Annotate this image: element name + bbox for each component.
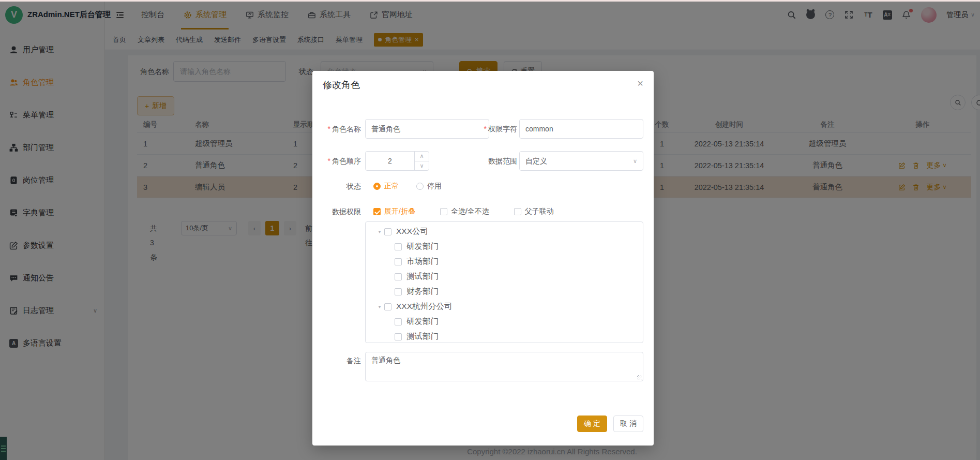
data-perm-label: 数据权限 <box>312 202 361 221</box>
tree-node[interactable]: 测试部门 <box>366 329 643 343</box>
cancel-button[interactable]: 取 消 <box>613 416 643 432</box>
tree-node-label: 研发部门 <box>406 316 439 327</box>
required-asterisk: * <box>328 125 330 133</box>
data-scope-select[interactable]: 自定义 <box>519 151 643 171</box>
remark-textarea[interactable]: 普通角色 <box>365 352 643 381</box>
close-icon[interactable] <box>637 78 643 88</box>
tree-node[interactable]: 研发部门 <box>366 314 643 329</box>
checkbox-linkage-label: 父子联动 <box>525 207 554 216</box>
checkbox-expand-label: 展开/折叠 <box>384 207 415 216</box>
chevron-down-icon <box>633 158 637 164</box>
checkbox-select-all[interactable] <box>440 208 447 215</box>
tree-checkbox[interactable] <box>395 273 402 280</box>
role-sort-label: *角色顺序 <box>312 151 361 171</box>
perm-checkbox-group: 展开/折叠 全选/全不选 父子联动 <box>373 202 554 221</box>
top-strip <box>0 0 980 2</box>
status-label: 状态 <box>312 177 361 196</box>
tree-node[interactable]: 市场部门 <box>366 254 643 269</box>
tree-node-label: 研发部门 <box>406 241 439 252</box>
tree-node[interactable]: 财务部门 <box>366 284 643 299</box>
tree-checkbox[interactable] <box>384 228 391 235</box>
required-asterisk: * <box>328 157 330 165</box>
confirm-button[interactable]: 确 定 <box>577 416 607 432</box>
radio-disabled[interactable] <box>416 183 424 190</box>
tree-node-label: XXX公司 <box>396 226 428 237</box>
required-asterisk: * <box>484 125 487 133</box>
tree-node[interactable]: XXX公司 <box>366 224 643 239</box>
tree-node-label: 市场部门 <box>406 256 439 267</box>
tree-checkbox[interactable] <box>395 243 402 250</box>
tree-node[interactable]: 测试部门 <box>366 269 643 284</box>
tree-caret-icon[interactable] <box>375 229 384 234</box>
radio-normal[interactable] <box>373 183 381 190</box>
data-scope-label: 数据范围 <box>468 151 517 171</box>
role-name-label: *角色名称 <box>312 119 361 139</box>
checkbox-select-all-label: 全选/全不选 <box>451 207 489 216</box>
tree-checkbox[interactable] <box>395 333 402 340</box>
role-sort-value[interactable]: 2 <box>366 152 414 170</box>
radio-disabled-label: 停用 <box>427 182 442 191</box>
role-key-input-wrap <box>519 119 643 139</box>
edit-role-dialog: 修改角色 *角色名称 *权限字符 *角色顺序 2 数据范围 自定义 状态 <box>312 71 654 446</box>
tree-node[interactable]: 研发部门 <box>366 239 643 254</box>
tree-node-label: 测试部门 <box>406 271 439 282</box>
tree-checkbox[interactable] <box>395 288 402 295</box>
department-tree: XXX公司 研发部门 市场部门 测试部门 财务部门 <box>365 221 643 343</box>
app-screen: V ZRAdmin.NET后台管理 用户管理 角色管理 菜单管理 部门管理 <box>0 0 980 460</box>
tree-checkbox[interactable] <box>384 303 391 310</box>
checkbox-expand[interactable] <box>373 208 381 215</box>
tree-node-label: 测试部门 <box>406 331 439 342</box>
tree-node[interactable]: XXX杭州分公司 <box>366 299 643 314</box>
tree-node-label: XXX杭州分公司 <box>396 301 453 312</box>
role-sort-stepper: 2 <box>365 151 429 171</box>
tree-caret-icon[interactable] <box>375 304 384 309</box>
status-radio-group: 正常 停用 <box>373 177 442 196</box>
checkbox-linkage[interactable] <box>514 208 521 215</box>
role-key-label: *权限字符 <box>468 119 517 139</box>
stepper-down-icon[interactable] <box>415 161 429 171</box>
dialog-title: 修改角色 <box>323 79 360 91</box>
tree-checkbox[interactable] <box>395 318 402 325</box>
textarea-resize-grip[interactable] <box>637 375 642 380</box>
tree-checkbox[interactable] <box>395 258 402 265</box>
tree-node-label: 财务部门 <box>406 286 439 297</box>
role-key-input[interactable] <box>525 120 637 138</box>
stepper-up-icon[interactable] <box>415 152 429 161</box>
radio-normal-label: 正常 <box>384 182 399 191</box>
data-scope-value: 自定义 <box>525 152 547 170</box>
role-name-input[interactable] <box>371 120 483 139</box>
remark-label: 备注 <box>312 355 361 366</box>
